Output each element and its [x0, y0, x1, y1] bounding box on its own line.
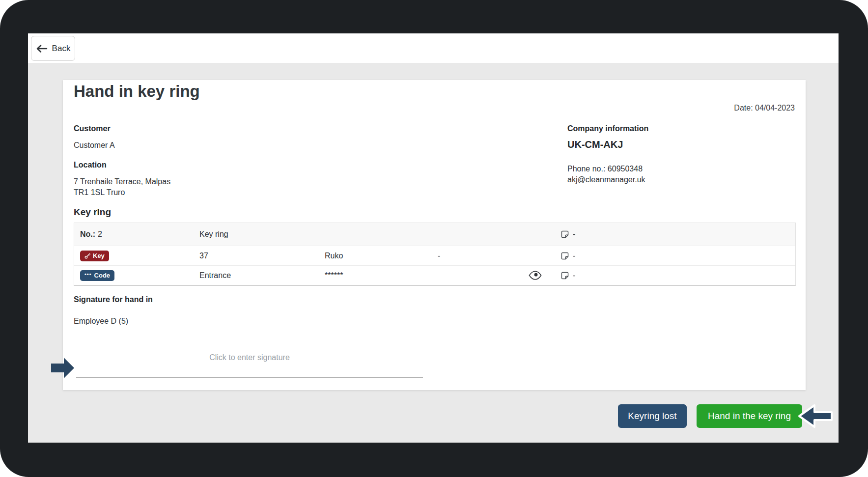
key-icon	[84, 253, 90, 259]
customer-block: Customer Customer A Location 7 Trenhaile…	[74, 123, 349, 198]
top-bar: Back	[28, 33, 839, 63]
keyring-lost-button[interactable]: Keyring lost	[618, 404, 687, 428]
keyring-table: No.: 2 Key ring -	[74, 223, 796, 286]
key-note-value: -	[573, 252, 575, 260]
signature-placeholder: Click to enter signature	[209, 353, 290, 362]
code-type-badge: ••• Code	[80, 270, 114, 281]
no-value: 2	[98, 230, 102, 239]
key-note-cell: -	[560, 252, 795, 260]
code-note-value: -	[573, 271, 575, 280]
code-masked-value: ******	[325, 271, 438, 280]
no-label: No.:	[80, 230, 95, 239]
table-row-code: ••• Code Entrance ******	[74, 265, 795, 285]
back-arrow-icon	[36, 44, 48, 53]
key-number: 37	[199, 252, 325, 260]
content-area: Hand in key ring Date: 04/04-2023 Custom…	[28, 63, 839, 443]
reveal-code-eye-icon[interactable]	[529, 271, 542, 280]
table-row-key: Key 37 Ruko - -	[74, 246, 795, 265]
company-block: Company information UK-CM-AKJ Phone no.:…	[567, 123, 774, 185]
date-text: Date: 04/04-2023	[734, 104, 795, 112]
page-title: Hand in key ring	[74, 82, 200, 101]
note-icon	[560, 252, 569, 260]
company-name: UK-CM-AKJ	[567, 139, 774, 150]
back-label: Back	[52, 44, 71, 54]
customer-name: Customer A	[74, 140, 349, 151]
note-icon	[560, 230, 569, 239]
company-phone: Phone no.: 60950348	[567, 164, 774, 174]
signature-input[interactable]: Click to enter signature	[76, 344, 423, 378]
company-info-label: Company information	[567, 123, 774, 134]
hand-in-key-ring-button[interactable]: Hand in the key ring	[697, 404, 802, 428]
app-window: Back Hand in key ring Date: 04/04-2023 C…	[28, 33, 839, 443]
address-line-1: 7 Trenhaile Terrace, Malpas	[74, 176, 349, 187]
keyring-name-cell: Key ring	[199, 230, 325, 239]
address-line-2: TR1 1SL Truro	[74, 187, 349, 198]
hand-in-card: Hand in key ring Date: 04/04-2023 Custom…	[63, 80, 806, 390]
location-label: Location	[74, 160, 349, 170]
employee-name: Employee D (5)	[74, 317, 128, 326]
keyring-heading: Key ring	[74, 207, 111, 218]
table-header-row: No.: 2 Key ring -	[74, 223, 795, 246]
customer-label: Customer	[74, 123, 349, 134]
code-badge-label: Code	[94, 272, 111, 279]
note-icon	[560, 271, 569, 280]
code-name: Entrance	[199, 271, 325, 280]
back-button[interactable]: Back	[31, 36, 75, 61]
keyring-number-cell: No.: 2	[74, 230, 199, 239]
company-email: akj@cleanmanager.uk	[567, 174, 774, 185]
key-brand: Ruko	[325, 252, 438, 260]
key-badge-label: Key	[93, 253, 105, 259]
key-type-badge: Key	[80, 251, 109, 261]
header-note-value: -	[573, 230, 575, 239]
key-extra: -	[438, 252, 529, 260]
code-note-cell: -	[560, 271, 795, 280]
dots-icon: •••	[84, 272, 92, 277]
header-note-cell: -	[560, 230, 795, 239]
signature-heading: Signature for hand in	[74, 295, 153, 304]
